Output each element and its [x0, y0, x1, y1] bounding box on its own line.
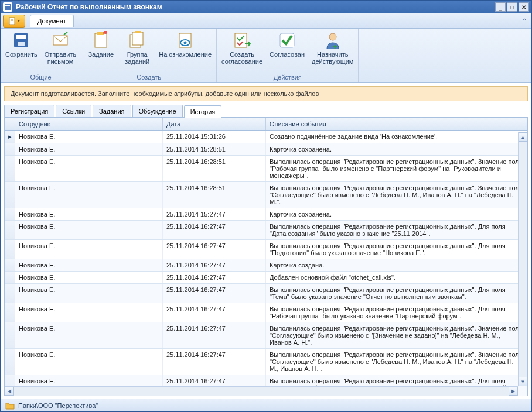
history-grid: Сотрудник Дата Описание события ▸Новиков… — [4, 118, 528, 396]
tab-4[interactable]: История — [184, 105, 222, 118]
ribbon-button-save[interactable]: Сохранить — [5, 31, 37, 73]
tab-3[interactable]: Обсуждение — [132, 105, 183, 117]
table-row[interactable]: Новикова Е.25.11.2014 16:27:47Выполнилас… — [5, 349, 527, 375]
svg-rect-13 — [132, 32, 143, 45]
ribbon: СохранитьОтправитьписьмомОбщиеЗаданиеГру… — [1, 29, 531, 83]
cell-description: Выполнилась операция "Редактирование рег… — [266, 182, 527, 208]
ribbon-collapse-button[interactable]: ⌃ — [522, 18, 527, 24]
svg-point-20 — [329, 33, 336, 40]
cell-employee: Новикова Е. — [15, 182, 163, 208]
ribbon-label: На ознакомление — [159, 51, 212, 58]
cell-description: Выполнилась операция "Редактирование рег… — [266, 349, 527, 375]
cell-date: 25.11.2014 16:28:51 — [163, 182, 266, 208]
approval-icon — [233, 31, 251, 50]
cell-employee: Новикова Е. — [15, 131, 163, 143]
table-row[interactable]: Новикова Е.25.11.2014 16:27:47Карточка с… — [5, 259, 527, 272]
row-indicator — [5, 240, 15, 259]
scroll-down-button[interactable]: ▼ — [519, 377, 527, 386]
table-row[interactable]: Новикова Е.25.11.2014 16:27:47Выполнилас… — [5, 240, 527, 259]
window-title: Рабочий Отчет по выполненным звонкам — [16, 3, 495, 11]
row-indicator — [5, 143, 15, 155]
table-row[interactable]: ▸Новикова Е.25.11.2014 15:31:26Создано п… — [5, 131, 527, 143]
scroll-up-button[interactable]: ▲ — [519, 132, 527, 142]
cell-date: 25.11.2014 16:27:47 — [163, 303, 266, 322]
cell-date: 25.11.2014 15:28:51 — [163, 143, 266, 155]
statusbar-path: Папки\ООО "Перспектива" — [18, 402, 98, 409]
eye-icon — [176, 31, 195, 50]
table-row[interactable]: Новикова Е.25.11.2014 16:28:51Выполнилас… — [5, 182, 527, 208]
close-button[interactable]: ✕ — [519, 2, 529, 12]
scroll-right-button[interactable]: ▶ — [509, 387, 518, 396]
table-row[interactable]: Новикова Е.25.11.2014 16:27:47Выполнилас… — [5, 303, 527, 322]
cell-date: 25.11.2014 16:27:47 — [163, 284, 266, 303]
grid-header-date[interactable]: Дата — [163, 118, 266, 130]
ribbon-group-0: СохранитьОтправитьписьмомОбщие — [1, 29, 81, 82]
ribbon-label: Отправитьписьмом — [45, 51, 77, 65]
svg-rect-14 — [135, 31, 141, 33]
cell-employee: Новикова Е. — [15, 272, 163, 283]
document-icon — [8, 17, 16, 25]
svg-rect-2 — [9, 18, 15, 25]
ribbon-button-mail[interactable]: Отправитьписьмом — [45, 31, 77, 73]
cell-description: Выполнилась операция "Редактирование рег… — [266, 284, 527, 303]
table-row[interactable]: Новикова Е.25.11.2014 15:28:51Карточка с… — [5, 143, 527, 156]
row-indicator — [5, 322, 15, 348]
cell-description: Добавлен основной файл "otchet_call.xls"… — [266, 272, 527, 283]
table-row[interactable]: Новикова Е.25.11.2014 16:27:47Добавлен о… — [5, 272, 527, 284]
table-row[interactable]: Новикова Е.25.11.2014 15:27:47Карточка с… — [5, 208, 527, 221]
titlebar: Рабочий Отчет по выполненным звонкам _ □… — [1, 1, 531, 13]
cell-description: Карточка создана. — [266, 259, 527, 271]
ribbon-button-check[interactable]: Согласован — [270, 31, 305, 73]
grid-header-indicator[interactable] — [5, 118, 15, 130]
table-row[interactable]: Новикова Е.25.11.2014 16:27:47Выполнилас… — [5, 221, 527, 240]
ribbon-group-2: СоздатьсогласованиеСогласованНазначитьде… — [217, 29, 359, 82]
app-window: Рабочий Отчет по выполненным звонкам _ □… — [0, 0, 532, 412]
cell-date: 25.11.2014 15:31:26 — [163, 131, 266, 143]
cell-employee: Новикова Е. — [15, 303, 163, 322]
minimize-button[interactable]: _ — [495, 2, 506, 12]
ribbon-button-user[interactable]: Назначитьдействующим — [312, 31, 353, 73]
ribbon-group-title: Создать — [86, 74, 212, 81]
cell-description: Выполнилась операция "Редактирование рег… — [266, 156, 527, 181]
cell-description: Выполнилась операция "Редактирование рег… — [266, 240, 527, 259]
vertical-scrollbar[interactable]: ▲ ▼ — [518, 132, 527, 386]
row-indicator — [5, 182, 15, 208]
cell-description: Карточка сохранена. — [266, 208, 527, 220]
svg-rect-1 — [5, 5, 10, 6]
cell-date: 25.11.2014 16:28:51 — [163, 156, 266, 181]
check-icon — [278, 31, 296, 50]
office-menu-button[interactable]: ▾ — [3, 15, 25, 28]
ribbon-button-eye[interactable]: На ознакомление — [159, 31, 212, 73]
cell-employee: Новикова Е. — [15, 208, 163, 220]
cell-date: 25.11.2014 16:27:47 — [163, 259, 266, 271]
cell-date: 25.11.2014 16:27:47 — [163, 322, 266, 348]
row-indicator — [5, 284, 15, 303]
row-indicator — [5, 349, 15, 375]
row-indicator: ▸ — [5, 131, 15, 143]
table-row[interactable]: Новикова Е.25.11.2014 16:28:51Выполнилас… — [5, 156, 527, 182]
cell-description: Выполнилась операция "Редактирование рег… — [266, 221, 527, 239]
tab-0[interactable]: Регистрация — [4, 105, 54, 117]
cell-employee: Новикова Е. — [15, 322, 163, 348]
chevron-down-icon: ▾ — [18, 18, 20, 23]
ribbon-label: Назначитьдействующим — [312, 51, 353, 65]
tab-document[interactable]: Документ — [30, 15, 74, 27]
tab-1[interactable]: Ссылки — [56, 105, 91, 117]
table-row[interactable]: Новикова Е.25.11.2014 16:27:47Выполнилас… — [5, 322, 527, 349]
menubar: ▾ Документ ⌃ — [1, 13, 531, 29]
grid-header: Сотрудник Дата Описание события — [5, 118, 527, 131]
horizontal-scrollbar[interactable]: ◀ ▶ — [5, 386, 518, 396]
ribbon-button-task[interactable]: Задание — [86, 31, 115, 73]
grid-header-employee[interactable]: Сотрудник — [15, 118, 163, 130]
cell-employee: Новикова Е. — [15, 284, 163, 303]
cell-description: Выполнилась операция "Редактирование рег… — [266, 322, 527, 348]
maximize-button[interactable]: □ — [507, 2, 517, 12]
row-indicator — [5, 208, 15, 220]
grid-header-desc[interactable]: Описание события — [266, 118, 527, 130]
scroll-left-button[interactable]: ◀ — [5, 387, 14, 396]
tab-2[interactable]: Задания — [93, 105, 131, 117]
ribbon-button-approval[interactable]: Создатьсогласование — [221, 31, 262, 73]
cell-employee: Новикова Е. — [15, 221, 163, 239]
table-row[interactable]: Новикова Е.25.11.2014 16:27:47Выполнилас… — [5, 284, 527, 303]
ribbon-button-tasks[interactable]: Группазаданий — [122, 31, 152, 73]
